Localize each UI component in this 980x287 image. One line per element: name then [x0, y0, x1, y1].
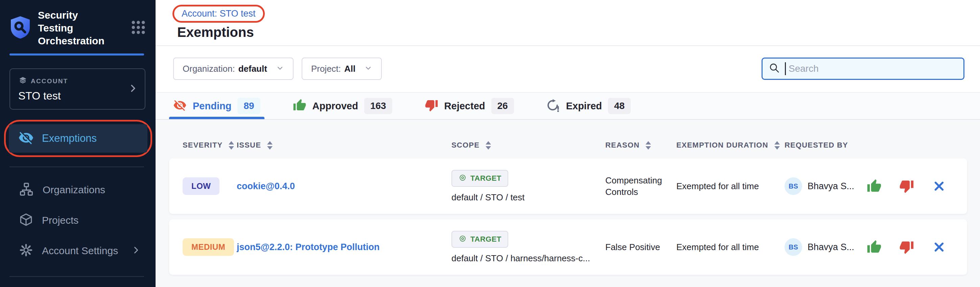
reject-button[interactable]	[899, 179, 915, 194]
tab-label: Pending	[193, 100, 231, 112]
tab-count-badge: 26	[492, 98, 514, 114]
account-label: ACCOUNT	[31, 78, 68, 85]
annotation-breadcrumb-highlight: Account: STO test	[172, 5, 265, 23]
table-row: LOW cookie@0.4.0 TARGET default / STO / …	[169, 158, 967, 214]
issue-link[interactable]: json5@2.2.0: Prototype Pollution	[237, 242, 379, 252]
avatar: BS	[784, 238, 802, 256]
sidebar-item-account-settings[interactable]: Account Settings	[0, 236, 156, 266]
sort-icon	[775, 141, 780, 150]
sidebar-divider	[10, 166, 144, 167]
bullseye-icon	[458, 234, 467, 244]
eye-off-icon	[18, 130, 34, 147]
cube-icon	[19, 212, 33, 228]
scope-target-badge: TARGET	[452, 231, 508, 248]
column-header-scope[interactable]: SCOPE	[452, 141, 605, 150]
scope-path: default / STO / test	[452, 192, 525, 203]
sidebar-item-label: Organizations	[43, 184, 105, 196]
search-input[interactable]	[786, 63, 957, 74]
gear-icon	[19, 243, 33, 258]
sidebar-item-label: Exemptions	[42, 132, 97, 145]
severity-badge: LOW	[183, 177, 220, 195]
sidebar-divider	[10, 276, 144, 277]
tabs-bar: Pending 89 Approved 163 Rejected 26	[156, 92, 980, 120]
column-header-severity[interactable]: SEVERITY	[183, 141, 237, 150]
thumbs-up-icon	[293, 99, 306, 113]
tab-expired[interactable]: Expired 48	[542, 93, 635, 119]
tab-count-badge: 48	[608, 98, 631, 114]
main-content: Account: STO test Exemptions Organizatio…	[156, 0, 980, 287]
project-dropdown-label: Project:	[311, 64, 341, 74]
shield-search-logo-icon	[10, 15, 31, 41]
sidebar-item-exemptions[interactable]: Exemptions	[9, 124, 148, 153]
chevron-right-icon	[131, 246, 141, 256]
breadcrumb-account-link[interactable]: Account: STO test	[181, 8, 256, 19]
app-launcher-grid-icon[interactable]	[131, 20, 145, 36]
layers-icon	[18, 76, 27, 86]
tab-label: Expired	[566, 100, 602, 112]
sidebar-item-projects[interactable]: Projects	[0, 205, 156, 236]
sidebar-item-label: Projects	[42, 215, 78, 226]
thumbs-down-icon	[425, 99, 438, 113]
app-logo-row: Security Testing Orchestration	[0, 0, 156, 47]
project-dropdown[interactable]: Project: All	[302, 57, 382, 80]
tab-count-badge: 89	[237, 98, 260, 114]
page-title: Exemptions	[177, 25, 980, 40]
account-name: STO test	[18, 90, 137, 102]
expired-timer-icon	[546, 99, 560, 113]
column-header-issue[interactable]: ISSUE	[237, 141, 452, 150]
tab-label: Approved	[312, 100, 358, 112]
severity-badge: MEDIUM	[183, 238, 234, 256]
sidebar-item-organizations[interactable]: Organizations	[0, 175, 156, 205]
cancel-button[interactable]	[931, 179, 947, 194]
approve-button[interactable]	[866, 239, 882, 255]
exemption-duration-text: Exempted for all time	[676, 241, 784, 253]
sidebar: Security Testing Orchestration ACCOUNT S…	[0, 0, 156, 287]
tab-count-badge: 163	[364, 98, 392, 114]
organization-dropdown-value: default	[239, 64, 267, 74]
app-title: Security Testing Orchestration	[38, 9, 116, 47]
column-header-exemption-duration[interactable]: EXEMPTION DURATION	[676, 141, 784, 150]
requested-by-name: Bhavya S...	[808, 181, 854, 191]
page-header: Account: STO test Exemptions	[156, 0, 980, 46]
search-icon	[768, 62, 780, 75]
reject-button[interactable]	[899, 239, 915, 255]
organization-dropdown[interactable]: Organization: default	[173, 57, 294, 80]
column-header-requested-by: REQUESTED BY	[784, 141, 862, 150]
table-row: MEDIUM json5@2.2.0: Prototype Pollution …	[169, 219, 967, 275]
issue-link[interactable]: cookie@0.4.0	[237, 181, 295, 191]
sort-icon	[267, 141, 272, 150]
sort-icon	[485, 141, 491, 150]
organization-dropdown-label: Organization:	[183, 64, 235, 74]
account-scope-selector[interactable]: ACCOUNT STO test	[10, 69, 145, 110]
cancel-button[interactable]	[931, 239, 947, 255]
avatar: BS	[784, 177, 802, 195]
project-dropdown-value: All	[344, 64, 355, 74]
scope-path: default / STO / harness/harness-c...	[452, 253, 590, 264]
sort-icon	[229, 141, 234, 150]
tab-approved[interactable]: Approved 163	[289, 93, 396, 119]
sidebar-item-label: Account Settings	[42, 245, 118, 257]
table-header-row: SEVERITY ISSUE SCOPE REASON EXEMPTION DU…	[169, 141, 967, 150]
eye-off-icon	[173, 99, 187, 113]
org-chart-icon	[19, 182, 34, 198]
reason-text: Compensating Controls	[605, 175, 676, 198]
reason-text: False Positive	[605, 241, 676, 253]
sidebar-nav-list: Organizations Projects Account Settings	[0, 175, 156, 266]
scope-target-badge: TARGET	[452, 170, 508, 187]
chevron-down-icon	[364, 64, 372, 73]
tab-pending[interactable]: Pending 89	[169, 93, 264, 119]
column-header-reason[interactable]: REASON	[605, 141, 676, 150]
tab-rejected[interactable]: Rejected 26	[421, 93, 518, 119]
requested-by-name: Bhavya S...	[808, 242, 854, 252]
sort-icon	[646, 141, 651, 150]
bullseye-icon	[458, 173, 467, 183]
logo-accent-underline	[10, 53, 144, 56]
exemption-duration-text: Exempted for all time	[676, 180, 784, 192]
annotation-exemptions-highlight: Exemptions	[4, 120, 152, 157]
search-box	[762, 57, 964, 80]
filter-bar: Organization: default Project: All	[156, 46, 980, 92]
chevron-right-icon	[128, 83, 138, 95]
chevron-down-icon	[276, 64, 284, 73]
approve-button[interactable]	[866, 179, 882, 194]
tab-label: Rejected	[444, 100, 485, 112]
